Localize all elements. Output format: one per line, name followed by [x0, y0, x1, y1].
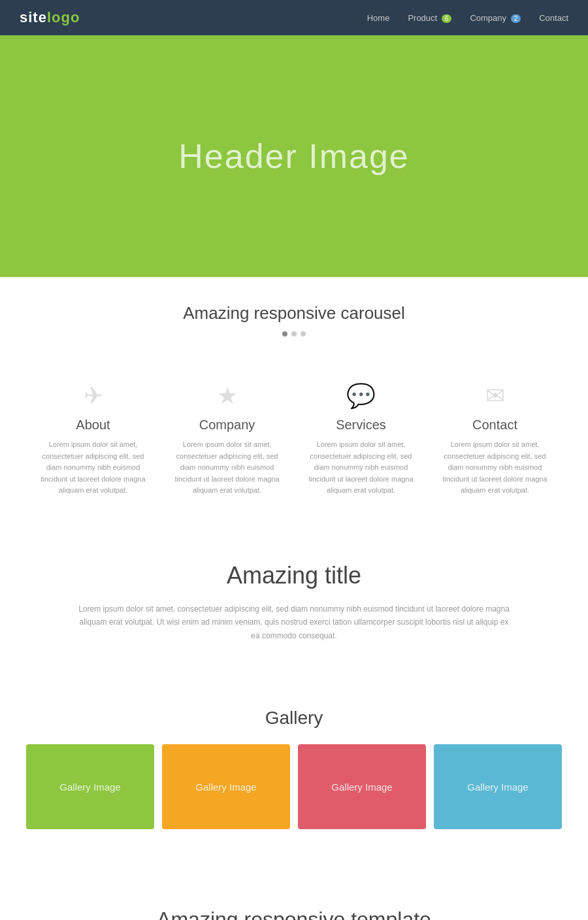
carousel-title: Amazing responsive carousel	[39, 303, 549, 323]
company-icon: ★	[173, 382, 281, 410]
nav-link-product[interactable]: Product 6	[408, 13, 451, 23]
gallery-item-3[interactable]: Gallery Image	[298, 744, 426, 829]
feature-contact: ✉ Contact Lorem ipsum dolor sit amet, co…	[428, 382, 562, 497]
company-badge: 2	[511, 14, 521, 23]
template-section: Amazing responsive template Lorem ipsum …	[0, 868, 588, 920]
logo-site-text: site	[20, 9, 47, 25]
carousel-dot-3[interactable]	[301, 331, 306, 337]
contact-icon: ✉	[441, 382, 549, 410]
hero-section: Header Image	[0, 35, 588, 277]
amazing-title: Amazing title	[78, 562, 510, 589]
nav-item-home[interactable]: Home	[367, 12, 390, 24]
services-icon: 💬	[307, 382, 415, 410]
feature-about-text: Lorem ipsum dolor sit amet, consectetuer…	[39, 439, 147, 497]
feature-services-text: Lorem ipsum dolor sit amet, consectetuer…	[307, 439, 415, 497]
nav-link-home[interactable]: Home	[367, 13, 390, 23]
amazing-title-section: Amazing title Lorem ipsum dolor sit amet…	[0, 536, 588, 695]
gallery-item-1-label: Gallery Image	[59, 781, 120, 793]
navbar: sitelogo Home Product 6 Company 2 Contac…	[0, 0, 588, 35]
template-title: Amazing responsive template	[65, 908, 523, 920]
feature-company-text: Lorem ipsum dolor sit amet, consectetuer…	[173, 439, 281, 497]
gallery-item-2-label: Gallery Image	[195, 781, 256, 793]
feature-company-title: Company	[173, 418, 281, 433]
site-logo[interactable]: sitelogo	[20, 9, 80, 26]
main-content: Amazing responsive carousel ✈ About Lore…	[0, 277, 588, 920]
gallery-item-4-label: Gallery Image	[467, 781, 528, 793]
nav-link-company[interactable]: Company 2	[470, 13, 521, 23]
hero-title: Header Image	[178, 137, 410, 176]
features-grid: ✈ About Lorem ipsum dolor sit amet, cons…	[0, 369, 588, 536]
nav-item-product[interactable]: Product 6	[408, 12, 451, 24]
feature-services: 💬 Services Lorem ipsum dolor sit amet, c…	[294, 382, 428, 497]
nav-links: Home Product 6 Company 2 Contact	[367, 12, 568, 24]
carousel-section: Amazing responsive carousel	[0, 277, 588, 369]
gallery-title: Gallery	[26, 708, 562, 729]
feature-contact-text: Lorem ipsum dolor sit amet, consectetuer…	[441, 439, 549, 497]
gallery-section: Gallery Gallery Image Gallery Image Gall…	[0, 695, 588, 868]
feature-about-title: About	[39, 418, 147, 433]
feature-about: ✈ About Lorem ipsum dolor sit amet, cons…	[26, 382, 160, 497]
amazing-title-text: Lorem ipsum dolor sit amet, consectetuer…	[78, 602, 510, 642]
logo-brand-text: logo	[47, 9, 80, 25]
product-badge: 6	[442, 14, 452, 23]
carousel-dot-1[interactable]	[282, 331, 287, 337]
about-icon: ✈	[39, 382, 147, 410]
feature-services-title: Services	[307, 418, 415, 433]
feature-contact-title: Contact	[441, 418, 549, 433]
carousel-dots	[39, 331, 549, 337]
gallery-item-4[interactable]: Gallery Image	[434, 744, 562, 829]
gallery-item-1[interactable]: Gallery Image	[26, 744, 154, 829]
carousel-dot-2[interactable]	[291, 331, 297, 337]
feature-company: ★ Company Lorem ipsum dolor sit amet, co…	[160, 382, 294, 497]
gallery-grid: Gallery Image Gallery Image Gallery Imag…	[26, 744, 562, 829]
gallery-item-2[interactable]: Gallery Image	[162, 744, 290, 829]
gallery-item-3-label: Gallery Image	[331, 781, 392, 793]
nav-item-contact[interactable]: Contact	[539, 12, 568, 24]
nav-link-contact[interactable]: Contact	[539, 13, 568, 23]
nav-item-company[interactable]: Company 2	[470, 12, 521, 24]
